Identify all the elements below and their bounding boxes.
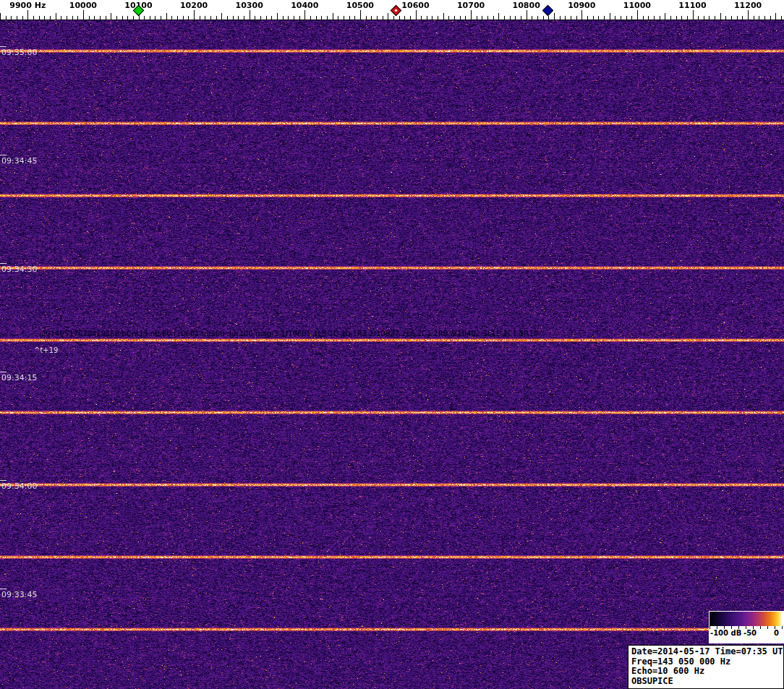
color-scale-legend: -100 dB -50 0 — [709, 611, 784, 643]
time-tick-label: 09:35:00 — [1, 48, 37, 57]
freq-tick-label: 11100 — [678, 1, 706, 10]
freq-tick-label: 10200 — [180, 1, 208, 10]
legend-label-min: -100 dB — [710, 629, 741, 637]
info-frequency: Freq=143 050 000 Hz — [631, 657, 780, 667]
time-tick-label: 09:33:45 — [1, 590, 37, 599]
time-tick-label: 09:34:00 — [1, 482, 37, 491]
frequency-ruler: 9900 Hz100001010010200103001040010500106… — [0, 0, 784, 20]
freq-tick-label: 10300 — [236, 1, 263, 10]
time-tick-icon — [0, 480, 7, 481]
info-station-name: OBSUPICE — [631, 677, 780, 687]
freq-tick-label: 10400 — [291, 1, 318, 10]
time-tick-label: 09:34:30 — [1, 265, 37, 274]
freq-tick-label: 10000 — [69, 1, 97, 10]
legend-label-max: 0 — [774, 629, 779, 637]
freq-tick-label: 11000 — [623, 1, 651, 10]
time-tick-icon — [0, 263, 7, 264]
time-tick-label: 09:34:15 — [1, 373, 37, 382]
freq-tick-label: 11200 — [734, 1, 762, 10]
time-tick-icon — [0, 372, 7, 372]
red-marker-center-dot — [394, 9, 397, 12]
time-tick-icon — [0, 589, 7, 589]
spectrogram-waterfall — [0, 20, 784, 689]
freq-tick-label: 10700 — [457, 1, 485, 10]
freq-tick-label: 10600 — [401, 1, 429, 10]
spectrogram-app-screen: 9900 Hz100001010010200103001040010500106… — [0, 0, 784, 689]
legend-label-mid: -50 — [743, 629, 757, 637]
info-date-time: Date=2014-05-17 Time=07:35 UTC — [631, 647, 780, 657]
event-annotation-line2: ^t+19 — [34, 346, 58, 354]
freq-tick-label: 10800 — [513, 1, 540, 10]
time-tick-label: 09:34:45 — [1, 156, 37, 166]
info-echo-frequency: Echo=10 600 Hz — [631, 667, 780, 677]
freq-tick-label: 10500 — [346, 1, 374, 10]
observation-info-box: Date=2014-05-17 Time=07:35 UTC Freq=143 … — [628, 645, 784, 689]
time-tick-icon — [0, 46, 7, 47]
freq-tick-label: 10900 — [568, 1, 595, 10]
time-tick-icon — [0, 155, 7, 155]
color-scale-gradient — [710, 612, 783, 626]
event-annotation-line1: 20140517073419168 bCnt19 nb-80 f10601 hi… — [41, 330, 538, 338]
freq-tick-label: 9900 Hz — [9, 1, 46, 10]
